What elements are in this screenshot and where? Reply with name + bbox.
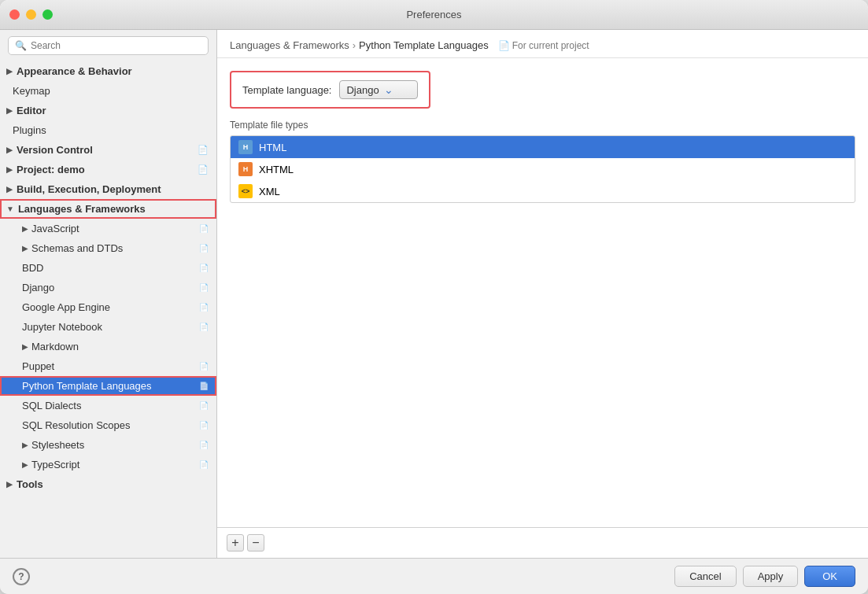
expand-arrow-icon: ▶: [22, 224, 28, 233]
maximize-button[interactable]: [42, 9, 53, 20]
expand-arrow-icon: ▶: [22, 342, 28, 351]
ok-button[interactable]: OK: [804, 566, 855, 587]
sidebar-item-bdd[interactable]: BDD 📄: [0, 258, 216, 278]
apply-button[interactable]: Apply: [743, 566, 799, 587]
toolbar-bottom: + −: [217, 527, 868, 558]
file-type-row-html[interactable]: H HTML: [231, 136, 855, 158]
sidebar-item-jupyter-notebook[interactable]: Jupyter Notebook 📄: [0, 317, 216, 337]
add-button[interactable]: +: [227, 534, 244, 552]
footer-buttons: Cancel Apply OK: [674, 566, 855, 587]
sidebar-item-puppet[interactable]: Puppet 📄: [0, 356, 216, 376]
close-button[interactable]: [9, 9, 20, 20]
sidebar-item-javascript[interactable]: ▶ JavaScript 📄: [0, 219, 216, 238]
sidebar-item-label: Puppet: [22, 360, 54, 372]
page-icon: 📄: [199, 224, 209, 233]
sidebar-item-version-control[interactable]: ▶ Version Control 📄: [0, 140, 216, 160]
sidebar-item-label: Stylesheets: [31, 439, 84, 451]
sidebar-item-label: Jupyter Notebook: [22, 321, 102, 333]
sidebar-item-label: Keymap: [13, 85, 50, 97]
sidebar-item-build-execution[interactable]: ▶ Build, Execution, Deployment: [0, 179, 216, 199]
sidebar-item-label: Build, Execution, Deployment: [17, 183, 161, 195]
template-language-value: Django: [346, 84, 379, 96]
xml-file-icon: <>: [238, 184, 253, 198]
page-icon: 📄: [199, 401, 209, 410]
sidebar-item-plugins[interactable]: Plugins: [0, 120, 216, 140]
page-icon: 📄: [199, 264, 209, 272]
page-icon: 📄: [199, 460, 209, 469]
breadcrumb-current: Python Template Languages: [359, 39, 489, 51]
sidebar-item-label: Schemas and DTDs: [31, 242, 123, 254]
page-icon: 📄: [199, 323, 209, 331]
search-input[interactable]: [31, 40, 201, 51]
file-type-name-xhtml: XHTML: [259, 164, 294, 175]
sidebar-item-label: Project: demo: [17, 164, 85, 175]
page-icon: 📄: [199, 441, 209, 449]
file-type-name-html: HTML: [259, 142, 286, 153]
page-icon: 📄: [199, 382, 209, 390]
sidebar-item-keymap[interactable]: Keymap: [0, 81, 216, 101]
sidebar-item-label: Tools: [17, 478, 43, 490]
file-type-row-xhtml[interactable]: H XHTML: [231, 158, 855, 180]
expand-arrow-icon: ▶: [6, 146, 13, 154]
page-icon: 📄: [199, 362, 209, 371]
sidebar-item-schemas-dtds[interactable]: ▶ Schemas and DTDs 📄: [0, 238, 216, 258]
sidebar-item-label: SQL Resolution Scopes: [22, 419, 131, 431]
expand-arrow-icon: ▶: [22, 460, 28, 469]
page-icon: 📄: [199, 303, 209, 312]
sidebar-item-label: Python Template Languages: [22, 380, 152, 392]
sidebar-item-typescript[interactable]: ▶ TypeScript 📄: [0, 455, 216, 474]
sidebar-item-markdown[interactable]: ▶ Markdown: [0, 337, 216, 356]
sidebar-item-appearance-behavior[interactable]: ▶ Appearance & Behavior: [0, 61, 216, 81]
sidebar-item-label: BDD: [22, 262, 43, 274]
sidebar-item-label: Markdown: [31, 341, 79, 352]
page-icon: 📄: [198, 145, 209, 155]
collapse-arrow-icon: ▼: [6, 205, 14, 213]
minimize-button[interactable]: [26, 9, 36, 20]
preferences-window: Preferences 🔍 ▶ Appearance & Behavior Ke…: [0, 0, 868, 594]
expand-arrow-icon: ▶: [22, 441, 28, 449]
window-title: Preferences: [406, 9, 461, 20]
remove-button[interactable]: −: [247, 534, 264, 552]
sidebar-item-google-app-engine[interactable]: Google App Engine 📄: [0, 297, 216, 317]
template-language-select[interactable]: Django ⌄: [339, 80, 418, 99]
sidebar-item-project-demo[interactable]: ▶ Project: demo 📄: [0, 160, 216, 179]
sidebar-item-label: Google App Engine: [22, 301, 110, 313]
page-icon: 📄: [199, 244, 209, 253]
file-type-row-xml[interactable]: <> XML: [231, 180, 855, 202]
sidebar-item-sql-dialects[interactable]: SQL Dialects 📄: [0, 396, 216, 415]
help-button[interactable]: ?: [13, 568, 30, 585]
titlebar: Preferences: [0, 0, 868, 30]
main-body: Template language: Django ⌄ Template fil…: [217, 58, 868, 527]
sidebar: 🔍 ▶ Appearance & Behavior Keymap ▶ Edito…: [0, 30, 217, 558]
content-area: 🔍 ▶ Appearance & Behavior Keymap ▶ Edito…: [0, 30, 868, 558]
xhtml-file-icon: H: [238, 162, 253, 176]
sidebar-item-sql-resolution-scopes[interactable]: SQL Resolution Scopes 📄: [0, 415, 216, 435]
breadcrumb-parent: Languages & Frameworks: [230, 39, 349, 51]
template-language-label: Template language:: [242, 84, 331, 96]
expand-arrow-icon: ▶: [6, 67, 13, 76]
html-file-icon: H: [238, 140, 253, 154]
search-icon: 🔍: [15, 40, 27, 51]
titlebar-buttons: [9, 9, 53, 20]
cancel-button[interactable]: Cancel: [674, 566, 736, 587]
template-language-section: Template language: Django ⌄: [230, 71, 430, 109]
sidebar-item-label: Appearance & Behavior: [17, 65, 132, 77]
sidebar-item-label: TypeScript: [31, 459, 79, 470]
sidebar-item-editor[interactable]: ▶ Editor: [0, 101, 216, 120]
expand-arrow-icon: ▶: [6, 185, 13, 194]
search-box[interactable]: 🔍: [8, 36, 209, 55]
sidebar-item-label: Plugins: [13, 124, 46, 136]
sidebar-item-python-template-languages[interactable]: Python Template Languages 📄: [0, 376, 216, 396]
for-current-project: 📄 For current project: [498, 40, 589, 51]
sidebar-item-stylesheets[interactable]: ▶ Stylesheets 📄: [0, 435, 216, 455]
sidebar-item-languages-frameworks[interactable]: ▼ Languages & Frameworks: [0, 199, 216, 219]
sidebar-item-label: Languages & Frameworks: [18, 203, 146, 215]
sidebar-item-tools[interactable]: ▶ Tools: [0, 474, 216, 494]
sidebar-item-django[interactable]: Django 📄: [0, 278, 216, 297]
breadcrumb-separator: ›: [353, 39, 356, 51]
expand-arrow-icon: ▶: [6, 480, 13, 489]
expand-arrow-icon: ▶: [22, 244, 28, 253]
footer: ? Cancel Apply OK: [0, 558, 868, 594]
sidebar-list: ▶ Appearance & Behavior Keymap ▶ Editor …: [0, 61, 216, 558]
sidebar-item-label: Editor: [17, 105, 46, 116]
